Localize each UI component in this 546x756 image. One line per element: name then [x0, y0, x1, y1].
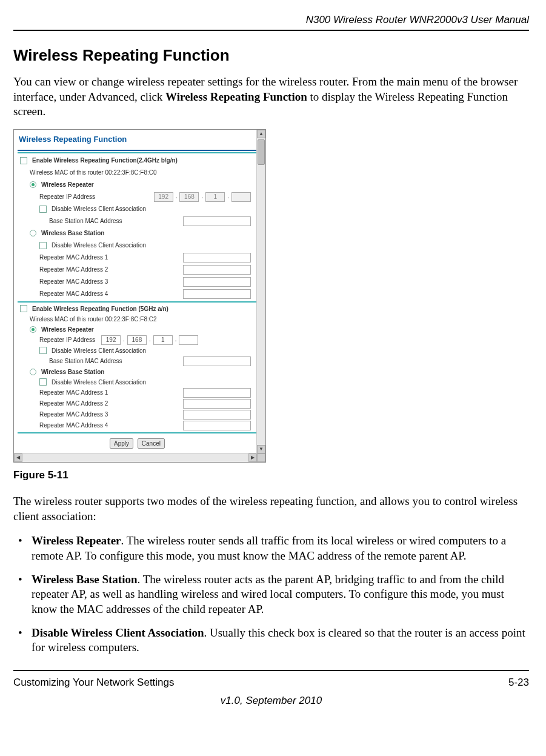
enable-24-row: Enable Wireless Repeating Function(2.4GH… [18, 155, 257, 167]
disable-assoc-24a-row: Disable Wireless Client Association [18, 203, 257, 215]
ip-24-oct1[interactable]: 192 [154, 192, 173, 202]
screenshot-wireless-repeating: ▲ ▼ ◀ ▶ Wireless Repeating Function Enab… [13, 129, 266, 463]
rmac2-5-input[interactable] [183, 399, 251, 409]
scroll-thumb[interactable] [258, 139, 265, 165]
enable-24-checkbox[interactable] [20, 157, 27, 164]
separator [18, 301, 257, 303]
rmac1-5-label: Repeater MAC Address 1 [39, 389, 108, 396]
basemac-5-row: Base Station MAC Address [18, 356, 257, 367]
repeater-ip-24-label: Repeater IP Address [39, 193, 95, 201]
ip-5-oct4[interactable] [179, 335, 198, 345]
disable-assoc-24b-label: Disable Wireless Client Association [52, 241, 146, 249]
basemac-24-label: Base Station MAC Address [49, 217, 122, 225]
scroll-down-icon[interactable]: ▼ [257, 445, 265, 453]
repeater-5-label: Wireless Repeater [41, 326, 94, 333]
list-item: Disable Wireless Client Association. Usu… [13, 626, 529, 655]
basestation-5-radio[interactable] [30, 369, 36, 375]
disable-assoc-5b-label: Disable Wireless Client Association [52, 378, 146, 386]
disable-assoc-5b-checkbox[interactable] [39, 378, 47, 386]
rmac4-24-label: Repeater MAC Address 4 [39, 290, 108, 298]
rmac1-5-input[interactable] [183, 388, 251, 398]
separator [18, 152, 257, 153]
ip-24-oct2[interactable]: 168 [179, 192, 199, 202]
basestation-24-label: Wireless Base Station [41, 229, 104, 237]
apply-button[interactable]: Apply [110, 438, 133, 449]
panel-title: Wireless Repeating Function [18, 132, 257, 151]
intro-paragraph: You can view or change wireless repeater… [13, 75, 529, 119]
repeater-24-label: Wireless Repeater [41, 181, 94, 189]
disable-assoc-5a-label: Disable Wireless Client Association [52, 347, 146, 355]
vertical-scrollbar[interactable]: ▲ ▼ [256, 130, 265, 462]
rmac1-24-input[interactable] [183, 253, 251, 263]
horizontal-scrollbar[interactable]: ◀ ▶ [14, 453, 257, 462]
page-header: N300 Wireless Router WNR2000v3 User Manu… [13, 13, 529, 31]
disable-assoc-5a-checkbox[interactable] [39, 347, 47, 354]
scroll-left-icon[interactable]: ◀ [14, 453, 22, 462]
rmac2-24-row: Repeater MAC Address 2 [18, 264, 257, 276]
repeater-ip-24-row: Repeater IP Address 192. 168. 1. [18, 191, 257, 203]
footer-page-number: 5-23 [508, 676, 529, 689]
bullet-term: Wireless Repeater [32, 534, 121, 547]
basemac-5-input[interactable] [183, 356, 251, 366]
mac-5-text: Wireless MAC of this router 00:22:3F:8C:… [30, 315, 157, 323]
rmac4-24-row: Repeater MAC Address 4 [18, 288, 257, 300]
separator [18, 432, 257, 433]
basemac-5-label: Base Station MAC Address [49, 357, 122, 365]
disable-assoc-24b-checkbox[interactable] [39, 242, 47, 249]
rmac3-5-input[interactable] [183, 410, 251, 420]
cancel-button[interactable]: Cancel [138, 438, 165, 449]
list-item: Wireless Repeater. The wireless router s… [13, 534, 529, 563]
scroll-right-icon[interactable]: ▶ [248, 453, 257, 462]
section-heading: Wireless Repeating Function [13, 45, 529, 66]
footer-version: v1.0, September 2010 [13, 694, 529, 707]
basemac-24-input[interactable] [183, 216, 251, 226]
repeater-5-radio[interactable] [30, 326, 36, 333]
page-footer: Customizing Your Network Settings 5-23 v… [13, 670, 529, 707]
rmac2-24-label: Repeater MAC Address 2 [39, 266, 108, 273]
rmac2-5-label: Repeater MAC Address 2 [39, 400, 108, 407]
rmac4-5-row: Repeater MAC Address 4 [18, 420, 257, 431]
disable-assoc-24a-label: Disable Wireless Client Association [52, 205, 146, 213]
manual-title: N300 Wireless Router WNR2000v3 User Manu… [306, 14, 529, 25]
basestation-24-row: Wireless Base Station [18, 227, 257, 239]
basemac-24-row: Base Station MAC Address [18, 215, 257, 227]
repeater-5-row: Wireless Repeater [18, 324, 257, 335]
disable-assoc-24a-checkbox[interactable] [39, 206, 47, 213]
rmac1-5-row: Repeater MAC Address 1 [18, 387, 257, 398]
rmac1-24-row: Repeater MAC Address 1 [18, 252, 257, 264]
scroll-up-icon[interactable]: ▲ [257, 130, 265, 138]
disable-assoc-24b-row: Disable Wireless Client Association [18, 239, 257, 252]
enable-5-checkbox[interactable] [20, 305, 27, 312]
bullet-term: Disable Wireless Client Association [32, 626, 204, 639]
repeater-24-radio[interactable] [30, 181, 36, 188]
rmac4-5-label: Repeater MAC Address 4 [39, 421, 108, 429]
scroll-corner [257, 453, 265, 462]
rmac2-24-input[interactable] [183, 265, 251, 275]
mac-24-row: Wireless MAC of this router 00:22:3F:8C:… [18, 167, 257, 179]
rmac4-24-input[interactable] [183, 289, 251, 299]
rmac1-24-label: Repeater MAC Address 1 [39, 253, 108, 261]
footer-left: Customizing Your Network Settings [13, 676, 175, 689]
basestation-5-row: Wireless Base Station [18, 367, 257, 377]
ip-24-oct4[interactable] [231, 192, 251, 202]
basestation-5-label: Wireless Base Station [41, 368, 104, 376]
basestation-24-radio[interactable] [30, 230, 36, 236]
enable-5-row: Enable Wireless Repeating Function (5GHz… [18, 304, 257, 314]
rmac3-24-label: Repeater MAC Address 3 [39, 278, 108, 286]
ip-5-oct3[interactable]: 1 [153, 335, 173, 345]
intro-bold: Wireless Repeating Function [165, 90, 307, 103]
disable-assoc-5b-row: Disable Wireless Client Association [18, 377, 257, 387]
modes-paragraph: The wireless router supports two modes o… [13, 494, 529, 524]
rmac3-5-label: Repeater MAC Address 3 [39, 410, 108, 418]
figure-caption: Figure 5-11 [13, 469, 529, 482]
rmac2-5-row: Repeater MAC Address 2 [18, 398, 257, 409]
repeater-ip-5-row: Repeater IP Address 192. 168. 1. [18, 335, 257, 346]
rmac3-24-input[interactable] [183, 277, 251, 287]
rmac4-5-input[interactable] [183, 421, 251, 430]
ip-5-oct2[interactable]: 168 [127, 335, 147, 345]
ip-24-oct3[interactable]: 1 [205, 192, 225, 202]
enable-5-label: Enable Wireless Repeating Function (5GHz… [32, 305, 168, 313]
repeater-24-row: Wireless Repeater [18, 179, 257, 191]
disable-assoc-5a-row: Disable Wireless Client Association [18, 346, 257, 356]
ip-5-oct1[interactable]: 192 [101, 335, 121, 345]
